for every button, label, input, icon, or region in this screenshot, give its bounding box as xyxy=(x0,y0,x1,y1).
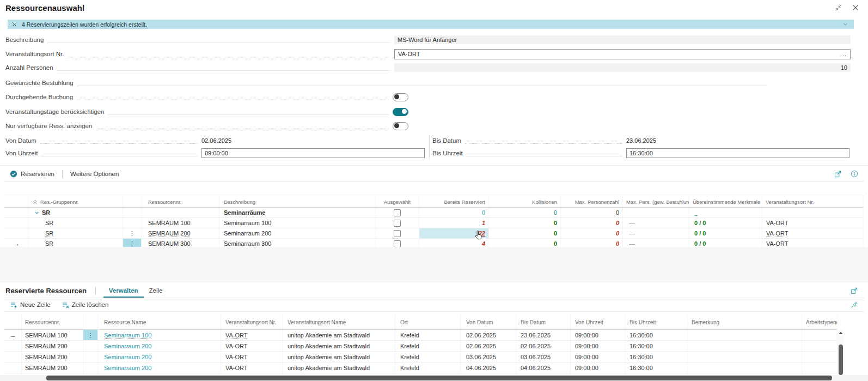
table-row[interactable]: SEMRAUM 200 Seminarraum 200 VA-ORT unito… xyxy=(4,341,838,352)
horizontal-scrollbar[interactable] xyxy=(0,375,868,381)
collisions-cell[interactable]: 0 xyxy=(489,228,561,238)
resource-name-cell[interactable]: Seminarraum 200 xyxy=(98,341,221,351)
header-ausgewaehlt[interactable]: Ausgewählt xyxy=(376,196,419,207)
horizontal-scroll-thumb[interactable] xyxy=(46,376,832,380)
tab-zeile[interactable]: Zeile xyxy=(144,283,168,298)
header-bis-uhrzeit[interactable]: Bis Uhrzeit xyxy=(625,315,688,329)
header-res-gruppennr[interactable]: Res.-Gruppennr. xyxy=(29,196,123,207)
von-uhrzeit-input[interactable]: 09:00:00 xyxy=(201,148,425,158)
header-kollisionen[interactable]: Kollisionen xyxy=(489,196,561,207)
matching-features-cell[interactable]: _ xyxy=(689,208,762,217)
venue-cell[interactable]: VA-ORT xyxy=(762,218,864,228)
weitere-optionen-button[interactable]: Weitere Optionen xyxy=(65,171,124,177)
bis-datum-value[interactable]: 23.06.2025 xyxy=(626,137,849,144)
from-time-cell[interactable]: 09:00:00 xyxy=(571,352,625,362)
assist-edit-button[interactable]: ... xyxy=(840,51,847,57)
header-veranstaltungsort-nr[interactable]: Veranstaltungsort Nr. xyxy=(762,196,864,207)
header-max-pers-bestuhlung[interactable]: Max. Pers. (gew. Bestuhlung) xyxy=(623,196,689,207)
resource-cell[interactable]: SEMRAUM 200 xyxy=(142,228,219,238)
city-cell[interactable]: Krefeld xyxy=(395,352,461,362)
header-bemerkung[interactable]: Bemerkung xyxy=(688,315,802,329)
to-date-cell[interactable]: 02.06.2025 xyxy=(516,341,571,351)
chevron-down-icon[interactable] xyxy=(842,21,848,27)
header-von-datum[interactable]: Von Datum xyxy=(461,315,516,329)
delete-line-button[interactable]: Zeile löschen xyxy=(56,301,114,309)
vertical-scroll-thumb[interactable] xyxy=(839,344,843,375)
header-max-personenzahl[interactable]: Max. Personenzahl xyxy=(561,196,623,207)
reserved-cell-selected[interactable]: 22 xyxy=(419,228,489,238)
venue-cell[interactable]: VA-ORT xyxy=(762,228,864,238)
remark-cell[interactable] xyxy=(688,352,802,362)
ellipsis-icon[interactable]: ⋮ xyxy=(129,241,135,246)
actions-cell[interactable] xyxy=(83,341,98,351)
header-ressource-name[interactable]: Ressource Name xyxy=(98,315,221,329)
checkbox[interactable] xyxy=(394,230,401,237)
resource-name-link[interactable]: Seminarraum 200 xyxy=(104,354,151,360)
description-cell[interactable]: Seminarraum 200 xyxy=(219,228,376,238)
scroll-up-icon[interactable] xyxy=(838,331,843,335)
to-time-cell[interactable]: 16:30:00 xyxy=(625,362,688,373)
beschreibung-field[interactable]: MS-Word für Anfänger xyxy=(394,35,851,44)
header-ressourcennr[interactable]: Ressourcennr. xyxy=(22,315,83,329)
from-date-cell[interactable]: 02.06.2025 xyxy=(461,341,516,351)
matching-features-cell[interactable]: 0 / 0 xyxy=(689,228,762,238)
header-bereits-reserviert[interactable]: Bereits Reserviert xyxy=(419,196,489,207)
venue-name-cell[interactable]: unitop Akademie am Stadtwald xyxy=(283,330,395,340)
venue-name-cell[interactable]: unitop Akademie am Stadtwald xyxy=(283,352,395,362)
resource-name-link[interactable]: Seminarraum 200 xyxy=(104,343,151,349)
city-cell[interactable]: Krefeld xyxy=(395,341,461,351)
table-row[interactable]: SR SEMRAUM 100 Seminarraum 100 1 0 0 ---… xyxy=(4,218,864,228)
actions-cell[interactable] xyxy=(83,352,98,362)
header-ressourcennr[interactable]: Ressourcennr. xyxy=(142,196,219,207)
reserved-cell[interactable]: 0 xyxy=(419,208,489,217)
header-von-uhrzeit[interactable]: Von Uhrzeit xyxy=(571,315,625,329)
resource-no-cell[interactable]: SEMRAUM 200 xyxy=(22,341,83,351)
resource-name-link[interactable]: Seminarraum 100 xyxy=(104,332,151,338)
to-date-cell[interactable]: 23.06.2025 xyxy=(516,330,571,340)
durchgehende-buchung-toggle[interactable] xyxy=(393,93,408,101)
work-type-cell[interactable] xyxy=(802,362,838,373)
checkbox[interactable] xyxy=(394,220,401,227)
veranstaltungstage-toggle[interactable] xyxy=(393,108,408,116)
resource-no-cell[interactable]: SEMRAUM 200 xyxy=(22,352,83,362)
pin-icon[interactable] xyxy=(851,301,858,309)
share-icon[interactable] xyxy=(850,287,858,295)
actions-cell[interactable] xyxy=(123,218,142,228)
resource-name-link[interactable]: Seminarraum 200 xyxy=(104,365,151,371)
checkbox[interactable] xyxy=(394,209,401,216)
max-persons-seating-cell[interactable]: --- xyxy=(623,218,689,228)
resource-name-cell[interactable]: Seminarraum 200 xyxy=(98,352,221,362)
group-cell[interactable]: SR xyxy=(29,218,123,228)
from-date-cell[interactable]: 04.06.2025 xyxy=(461,362,516,373)
reserved-value-link[interactable]: 22 xyxy=(479,230,485,237)
from-time-cell[interactable]: 09:00:00 xyxy=(571,330,625,340)
description-cell[interactable]: Seminarraum 100 xyxy=(219,218,376,228)
from-date-cell[interactable]: 02.06.2025 xyxy=(461,330,516,340)
veranstaltungsort-input[interactable]: VA-ORT ... xyxy=(394,49,851,59)
max-persons-seating-cell[interactable]: --- xyxy=(623,228,689,238)
share-icon[interactable] xyxy=(834,170,842,178)
remark-cell[interactable] xyxy=(688,362,802,373)
table-row[interactable]: SR ⋮ SEMRAUM 200 Seminarraum 200 22 0 0 … xyxy=(4,228,864,239)
venue-no-cell[interactable]: VA-ORT xyxy=(221,352,283,362)
tab-verwalten[interactable]: Verwalten xyxy=(103,283,144,298)
to-date-cell[interactable]: 04.06.2025 xyxy=(516,362,571,373)
resource-no-cell[interactable]: SEMRAUM 200 xyxy=(22,362,83,373)
dismiss-notification-icon[interactable] xyxy=(12,22,17,27)
table-row[interactable]: SEMRAUM 200 Seminarraum 200 VA-ORT unito… xyxy=(4,352,838,362)
resource-name-cell[interactable]: Seminarraum 200 xyxy=(98,362,221,373)
group-row-sr[interactable]: SR Seminarräume 0 0 0 _ xyxy=(4,208,864,218)
work-type-cell[interactable] xyxy=(802,352,838,362)
header-uebereinstimmende-merkmale[interactable]: Übereinstimmende Merkmale xyxy=(689,196,762,207)
resource-name-cell[interactable]: Seminarraum 100 xyxy=(98,330,221,340)
reservieren-button[interactable]: Reservieren xyxy=(4,170,60,178)
ellipsis-icon[interactable]: ⋮ xyxy=(129,231,135,236)
remark-cell[interactable] xyxy=(688,341,802,351)
matching-features-cell[interactable]: 0 / 0 xyxy=(689,218,762,228)
new-line-button[interactable]: Neue Zeile xyxy=(4,301,56,309)
venue-no-cell[interactable]: VA-ORT xyxy=(221,362,283,373)
vertical-scrollbar[interactable] xyxy=(838,330,843,376)
to-time-cell[interactable]: 16:30:00 xyxy=(625,352,688,362)
from-date-cell[interactable]: 03.06.2025 xyxy=(461,352,516,362)
group-cell[interactable]: SR xyxy=(29,208,123,217)
